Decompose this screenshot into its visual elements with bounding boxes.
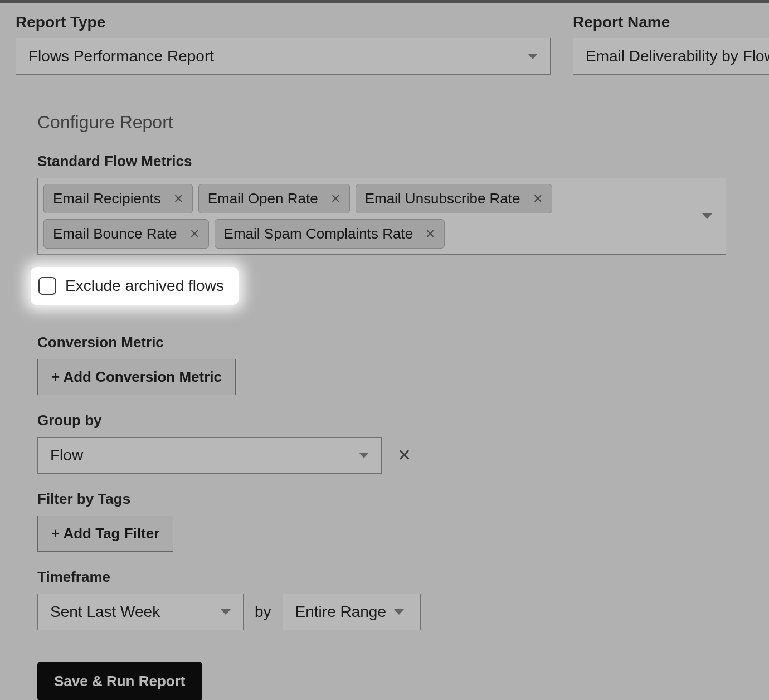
timeframe-by-word: by — [255, 603, 271, 621]
remove-groupby-icon[interactable]: ✕ — [397, 447, 411, 464]
metric-chip: Email Open Rate ✕ — [198, 184, 350, 213]
tags-section: Filter by Tags + Add Tag Filter — [37, 490, 769, 552]
groupby-label: Group by — [37, 412, 769, 429]
metric-chip-label: Email Unsubscribe Rate — [365, 190, 520, 207]
exclude-archived-label: Exclude archived flows — [65, 277, 224, 295]
top-row: Report Type Flows Performance Report Rep… — [16, 13, 769, 75]
metric-chip-label: Email Bounce Rate — [53, 225, 177, 242]
metrics-multiselect[interactable]: Email Recipients ✕ Email Open Rate ✕ Ema… — [37, 178, 726, 255]
metric-chip: Email Spam Complaints Rate ✕ — [215, 219, 445, 249]
timeframe-row: Sent Last Week by Entire Range — [37, 594, 769, 630]
metric-chip-label: Email Open Rate — [208, 190, 318, 207]
timeframe-granularity-select[interactable]: Entire Range — [283, 594, 421, 630]
chevron-down-icon — [221, 609, 231, 615]
metric-chip: Email Bounce Rate ✕ — [43, 219, 209, 249]
report-type-label: Report Type — [16, 13, 551, 31]
groupby-value: Flow — [50, 446, 83, 464]
conversion-label: Conversion Metric — [37, 334, 769, 351]
exclude-archived-row: Exclude archived flows — [31, 267, 239, 305]
metrics-section: Standard Flow Metrics Email Recipients ✕… — [37, 153, 769, 317]
metric-chip-label: Email Recipients — [53, 190, 161, 207]
groupby-select[interactable]: Flow — [37, 437, 382, 474]
chevron-down-icon — [359, 453, 369, 458]
groupby-section: Group by Flow ✕ — [37, 412, 769, 474]
report-name-label: Report Name — [573, 13, 769, 31]
report-type-value: Flows Performance Report — [28, 47, 214, 65]
exclude-archived-checkbox[interactable] — [38, 277, 56, 295]
chevron-down-icon — [528, 54, 538, 59]
report-name-input[interactable] — [573, 38, 769, 75]
chevron-down-icon — [394, 609, 404, 615]
metric-chip-label: Email Spam Complaints Rate — [224, 225, 413, 242]
configure-report-panel: Configure Report Standard Flow Metrics E… — [16, 94, 769, 700]
tags-label: Filter by Tags — [37, 490, 769, 508]
groupby-row: Flow ✕ — [37, 437, 769, 474]
metric-chip: Email Recipients ✕ — [43, 184, 193, 213]
timeframe-granularity-value: Entire Range — [295, 603, 386, 621]
timeframe-label: Timeframe — [37, 568, 769, 586]
remove-chip-icon[interactable]: ✕ — [533, 193, 543, 205]
add-tag-filter-button[interactable]: + Add Tag Filter — [37, 516, 173, 552]
report-config-page: Report Type Flows Performance Report Rep… — [0, 0, 769, 700]
timeframe-section: Timeframe Sent Last Week by Entire Range — [37, 568, 769, 630]
report-type-select[interactable]: Flows Performance Report — [16, 38, 551, 75]
conversion-section: Conversion Metric + Add Conversion Metri… — [37, 334, 769, 395]
report-type-group: Report Type Flows Performance Report — [16, 13, 551, 75]
remove-chip-icon[interactable]: ✕ — [330, 193, 340, 205]
remove-chip-icon[interactable]: ✕ — [425, 228, 435, 240]
remove-chip-icon[interactable]: ✕ — [173, 193, 183, 205]
report-name-group: Report Name — [573, 13, 769, 75]
remove-chip-icon[interactable]: ✕ — [189, 228, 199, 240]
metric-chip: Email Unsubscribe Rate ✕ — [356, 184, 552, 213]
metrics-label: Standard Flow Metrics — [37, 153, 769, 170]
save-run-report-button[interactable]: Save & Run Report — [37, 662, 202, 700]
timeframe-range-select[interactable]: Sent Last Week — [37, 594, 244, 630]
chevron-down-icon — [702, 213, 712, 219]
panel-title: Configure Report — [37, 112, 769, 133]
timeframe-range-value: Sent Last Week — [50, 603, 160, 621]
add-conversion-metric-button[interactable]: + Add Conversion Metric — [37, 359, 236, 395]
